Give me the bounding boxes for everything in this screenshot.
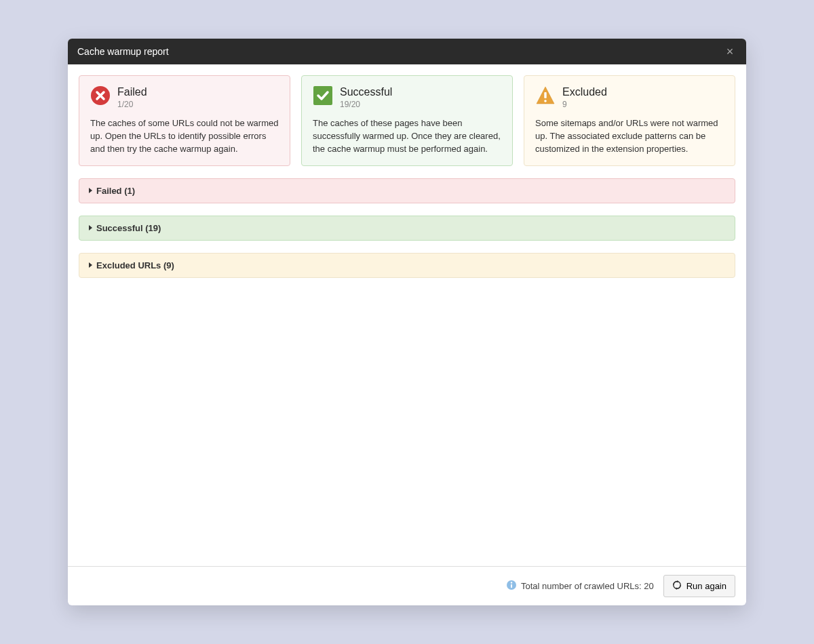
card-description: The caches of some URLs could not be war…	[90, 117, 279, 156]
svg-point-3	[544, 100, 547, 102]
accordion-label: Excluded URLs (9)	[96, 260, 174, 270]
svg-rect-1	[313, 86, 332, 105]
modal-body: Failed 1/20 The caches of some URLs coul…	[68, 64, 746, 566]
caret-right-icon	[89, 262, 92, 268]
accordion-label: Successful (19)	[96, 223, 161, 233]
refresh-icon	[672, 580, 682, 592]
accordion-successful[interactable]: Successful (19)	[79, 216, 735, 241]
close-icon: ×	[726, 45, 734, 58]
card-subtitle: 1/20	[117, 100, 147, 109]
card-title: Successful	[340, 85, 392, 98]
footer-info-text: Total number of crawled URLs: 20	[521, 581, 654, 591]
card-title: Excluded	[562, 85, 607, 98]
caret-right-icon	[89, 225, 92, 230]
summary-card-excluded: Excluded 9 Some sitemaps and/or URLs wer…	[524, 75, 735, 166]
close-button[interactable]: ×	[723, 45, 737, 58]
card-head: Successful 19/20	[313, 85, 501, 109]
run-again-button[interactable]: Run again	[663, 575, 735, 597]
modal-header: Cache warmup report ×	[68, 39, 746, 64]
svg-rect-2	[544, 92, 546, 98]
modal-title: Cache warmup report	[77, 46, 169, 57]
accordion-failed[interactable]: Failed (1)	[79, 178, 735, 203]
card-title: Failed	[117, 85, 147, 98]
summary-card-failed: Failed 1/20 The caches of some URLs coul…	[79, 75, 290, 166]
card-head: Excluded 9	[535, 85, 724, 109]
modal-footer: Total number of crawled URLs: 20 Run aga…	[68, 566, 746, 605]
warning-icon	[535, 85, 556, 106]
accordion-excluded[interactable]: Excluded URLs (9)	[79, 253, 735, 278]
footer-info: Total number of crawled URLs: 20	[506, 580, 654, 592]
caret-right-icon	[89, 188, 92, 193]
summary-card-successful: Successful 19/20 The caches of these pag…	[301, 75, 513, 166]
svg-rect-6	[511, 584, 512, 588]
success-icon	[313, 85, 333, 106]
card-subtitle: 19/20	[340, 100, 392, 109]
card-head: Failed 1/20	[90, 85, 279, 109]
cache-warmup-report-modal: Cache warmup report × Failed 1/20	[68, 39, 746, 605]
card-subtitle: 9	[562, 100, 607, 109]
card-description: The caches of these pages have been succ…	[313, 117, 501, 156]
card-description: Some sitemaps and/or URLs were not warme…	[535, 117, 724, 156]
summary-cards: Failed 1/20 The caches of some URLs coul…	[79, 75, 735, 166]
error-icon	[90, 85, 111, 106]
info-icon	[506, 580, 517, 592]
accordion-label: Failed (1)	[96, 186, 135, 196]
svg-point-5	[511, 582, 512, 583]
run-again-label: Run again	[686, 581, 726, 591]
